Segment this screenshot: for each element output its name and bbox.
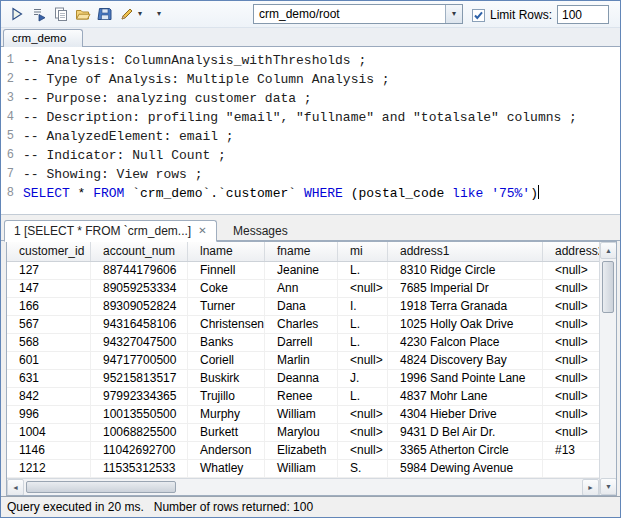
table-row[interactable]: 14789059253334CokeAnn<null>7685 Imperial…	[7, 280, 599, 298]
table-cell: 10013550500	[91, 406, 188, 423]
code-line: 3-- Purpose: analyzing customer data ;	[1, 89, 620, 108]
scroll-down-arrow-icon[interactable]: ▼	[600, 478, 617, 495]
code-line: 8SELECT * FROM `crm_demo`.`customer` WHE…	[1, 184, 620, 203]
table-cell: 89309052824	[91, 298, 188, 315]
run-icon[interactable]	[6, 4, 27, 24]
table-cell: 5984 Dewing Avenue	[388, 460, 543, 477]
table-row[interactable]: 114611042692700AndersonElizabeth<null>33…	[7, 442, 599, 460]
table-cell: Banks	[188, 334, 265, 351]
results-table-panel: customer_idaccount_numlnamefnamemiaddres…	[6, 241, 617, 496]
column-header-account_num[interactable]: account_num	[91, 242, 188, 261]
actions-chevron-icon[interactable]: ▾	[153, 4, 165, 24]
tab-messages[interactable]: Messages	[224, 221, 297, 242]
table-cell: 89059253334	[91, 280, 188, 297]
table-row[interactable]: 63195215813517BuskirkDeannaJ.1996 Sand P…	[7, 370, 599, 388]
column-header-mi[interactable]: mi	[338, 242, 388, 261]
table-cell: #13	[543, 442, 599, 459]
table-cell: <null>	[543, 316, 599, 333]
horizontal-scrollbar-thumb[interactable]	[26, 481, 176, 493]
line-number: 1	[1, 51, 23, 70]
table-row[interactable]: 56794316458106ChristensenCharlesL.1025 H…	[7, 316, 599, 334]
table-cell: Jeanine	[265, 262, 338, 279]
table-row[interactable]: 100410068825500BurkettMarylou<null>9431 …	[7, 424, 599, 442]
table-cell: <null>	[543, 298, 599, 315]
table-cell: 11535312533	[91, 460, 188, 477]
text-caret	[538, 185, 539, 199]
table-cell: Whatley	[188, 460, 265, 477]
table-cell: 1004	[7, 424, 91, 441]
table-cell: 567	[7, 316, 91, 333]
table-cell: <null>	[543, 406, 599, 423]
table-cell: 10068825500	[91, 424, 188, 441]
table-row[interactable]: 60194717700500CoriellMarlin<null>4824 Di…	[7, 352, 599, 370]
line-code: -- AnalyzedElement: email ;	[23, 127, 234, 146]
run-script-icon[interactable]	[28, 4, 49, 24]
scroll-left-arrow-icon[interactable]: ◄	[7, 479, 24, 496]
table-cell: 4230 Falcon Place	[388, 334, 543, 351]
table-row[interactable]: 12788744179606FinnellJeanineL.8310 Ridge…	[7, 262, 599, 280]
code-line: 2-- Type of Analysis: Multiple Column An…	[1, 70, 620, 89]
line-code: -- Purpose: analyzing customer data ;	[23, 89, 312, 108]
table-cell: Marlin	[265, 352, 338, 369]
table-cell: I.	[338, 298, 388, 315]
column-header-fname[interactable]: fname	[265, 242, 338, 261]
line-number: 5	[1, 127, 23, 146]
line-code: -- Indicator: Null Count ;	[23, 146, 226, 165]
edit-menu-chevron-icon[interactable]: ▾	[134, 4, 146, 24]
table-cell: L.	[338, 316, 388, 333]
table-cell: <null>	[338, 424, 388, 441]
table-cell: 88744179606	[91, 262, 188, 279]
status-bar: Query executed in 20 ms. Number of rows …	[1, 496, 620, 517]
horizontal-scrollbar[interactable]: ◄ ►	[7, 478, 599, 495]
table-cell: Deanna	[265, 370, 338, 387]
limit-rows-input[interactable]	[557, 5, 609, 24]
limit-rows-label: Limit Rows:	[490, 8, 552, 22]
table-cell: Marylou	[265, 424, 338, 441]
table-cell: William	[265, 406, 338, 423]
open-folder-icon[interactable]	[72, 4, 93, 24]
table-cell: 4824 Discovery Bay	[388, 352, 543, 369]
table-cell: <null>	[338, 280, 388, 297]
table-cell: 9431 D Bel Air Dr.	[388, 424, 543, 441]
table-header-row: customer_idaccount_numlnamefnamemiaddres…	[7, 242, 599, 262]
connection-combo-dropdown-button[interactable]: ▾	[445, 5, 462, 23]
table-cell: Elizabeth	[265, 442, 338, 459]
table-cell: 1996 Sand Pointe Lane	[388, 370, 543, 387]
table-cell: <null>	[543, 424, 599, 441]
scroll-right-arrow-icon[interactable]: ►	[582, 479, 599, 496]
table-cell: Turner	[188, 298, 265, 315]
table-cell: <null>	[543, 334, 599, 351]
line-code: -- Analysis: ColumnAnalysis_withThreshol…	[23, 51, 366, 70]
scroll-up-arrow-icon[interactable]: ▲	[600, 242, 617, 259]
table-cell: <null>	[543, 280, 599, 297]
vertical-scrollbar-thumb[interactable]	[602, 261, 614, 313]
save-icon[interactable]	[94, 4, 115, 24]
table-cell: <null>	[543, 352, 599, 369]
table-cell: 166	[7, 298, 91, 315]
table-row[interactable]: 99610013550500MurphyWilliam<null>4304 Hi…	[7, 406, 599, 424]
tab-result-1[interactable]: 1 [SELECT * FROM `crm_dem...] ✕	[4, 220, 217, 242]
column-header-customer_id[interactable]: customer_id	[7, 242, 91, 261]
table-cell: Buskirk	[188, 370, 265, 387]
column-header-address2[interactable]: address2	[543, 242, 599, 261]
sql-editor-window: ▾ ▾ crm_demo/root ▾ Limit Rows: crm_demo…	[0, 0, 621, 518]
status-row-count: Number of rows returned: 100	[154, 500, 313, 514]
connection-combo[interactable]: crm_demo/root ▾	[253, 4, 463, 24]
column-header-address1[interactable]: address1	[388, 242, 543, 261]
table-row[interactable]: 16689309052824TurnerDanaI.1918 Terra Gra…	[7, 298, 599, 316]
editor-tab-label: crm_demo	[12, 32, 66, 44]
copy-icon[interactable]	[50, 4, 71, 24]
table-body: 12788744179606FinnellJeanineL.8310 Ridge…	[7, 262, 599, 478]
editor-tab-crm-demo[interactable]: crm_demo	[3, 29, 83, 47]
limit-rows-checkbox[interactable]	[472, 8, 485, 21]
table-row[interactable]: 121211535312533WhatleyWilliamS.5984 Dewi…	[7, 460, 599, 478]
table-row[interactable]: 84297992334365TrujilloReneeL.4837 Mohr L…	[7, 388, 599, 406]
column-header-lname[interactable]: lname	[188, 242, 265, 261]
close-icon[interactable]: ✕	[198, 226, 206, 236]
sql-editor[interactable]: 1-- Analysis: ColumnAnalysis_withThresho…	[1, 47, 620, 215]
table-cell: 568	[7, 334, 91, 351]
vertical-scrollbar[interactable]: ▲ ▼	[599, 242, 616, 495]
code-line: 4-- Description: profiling "email", "ful…	[1, 108, 620, 127]
table-cell: 127	[7, 262, 91, 279]
table-row[interactable]: 56894327047500BanksDarrellL.4230 Falcon …	[7, 334, 599, 352]
